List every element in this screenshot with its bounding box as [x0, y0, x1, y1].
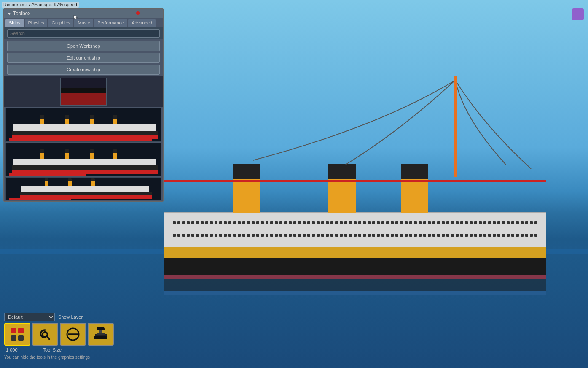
tool-size-label: Tool Size — [43, 347, 62, 352]
ship-superstructure — [164, 212, 546, 250]
svg-rect-8 — [97, 333, 105, 335]
search-bar — [4, 27, 163, 39]
porthole-row-1 — [173, 221, 537, 225]
funnel-1-body — [233, 179, 260, 213]
funnel-3-top — [401, 164, 428, 179]
ship-list — [4, 107, 163, 201]
tab-performance[interactable]: Performance — [94, 19, 127, 27]
ship-preview-thumb — [60, 78, 107, 106]
tab-advanced[interactable]: Advanced — [128, 19, 156, 27]
layer-select-row: Default Show Layer — [4, 313, 114, 321]
hull-black — [164, 258, 546, 275]
ship-scene — [164, 161, 546, 275]
open-workshop-button[interactable]: Open Workshop — [7, 41, 160, 51]
tool-size-value: 1.000 — [6, 347, 18, 352]
edit-ship-button[interactable]: Edit current ship — [7, 53, 160, 63]
porthole-row-2 — [173, 234, 537, 237]
bottom-toolbar: Default Show Layer — [4, 313, 114, 360]
layer-dropdown[interactable]: Default — [4, 313, 55, 321]
svg-marker-9 — [97, 327, 105, 330]
ship-preview-area — [4, 76, 163, 107]
status-dot — [136, 11, 140, 15]
funnel-1-top — [233, 164, 260, 179]
svg-rect-10 — [99, 330, 102, 333]
tab-graphics[interactable]: Graphics — [48, 19, 73, 27]
corner-button[interactable] — [572, 8, 584, 20]
toolbox-action-buttons: Open Workshop Edit current ship Create n… — [4, 39, 163, 76]
tool-remove-button[interactable] — [60, 323, 86, 346]
tab-ships[interactable]: Ships — [5, 19, 24, 27]
resource-bar: Resources: 77% usage. 97% speed — [2, 2, 79, 8]
tool-ship-button[interactable] — [88, 323, 114, 346]
tool-select-button[interactable] — [4, 323, 30, 346]
mast — [454, 76, 457, 177]
svg-rect-0 — [11, 328, 16, 333]
toolbox-panel: ▼ Toolbox Ships Physics Graphics Music P… — [3, 8, 164, 202]
ship-reflection — [164, 273, 546, 296]
hint-text: You can hide the tools in the graphics s… — [4, 355, 114, 360]
tab-music[interactable]: Music — [74, 19, 93, 27]
hull-yellow-stripe — [164, 250, 546, 258]
toolbox-tabs: Ships Physics Graphics Music Performance… — [4, 18, 163, 27]
tab-physics[interactable]: Physics — [25, 19, 48, 27]
hull-red-line — [164, 180, 546, 182]
search-input[interactable] — [7, 29, 160, 38]
tool-buttons-row — [4, 323, 114, 346]
toolbox-arrow: ▼ — [7, 11, 11, 16]
ship-list-item-1[interactable] — [5, 108, 161, 142]
tool-size-row: 1.000 Tool Size — [4, 347, 114, 352]
create-ship-button[interactable]: Create new ship — [7, 65, 160, 75]
funnel-2-top — [328, 164, 356, 179]
svg-rect-2 — [11, 335, 16, 341]
funnel-3-body — [401, 179, 428, 213]
tool-rope-button[interactable] — [32, 323, 58, 346]
svg-rect-1 — [18, 328, 24, 333]
ship-list-item-2[interactable] — [5, 143, 161, 176]
toolbox-title: Toolbox — [13, 11, 30, 16]
funnel-2-body — [328, 179, 356, 213]
ship-list-item-3[interactable] — [5, 177, 161, 200]
svg-rect-6 — [94, 336, 107, 339]
svg-rect-3 — [18, 335, 24, 341]
resource-text: Resources: 77% usage. 97% speed — [3, 2, 77, 7]
show-layer-label: Show Layer — [58, 314, 83, 319]
porthole — [173, 221, 176, 224]
